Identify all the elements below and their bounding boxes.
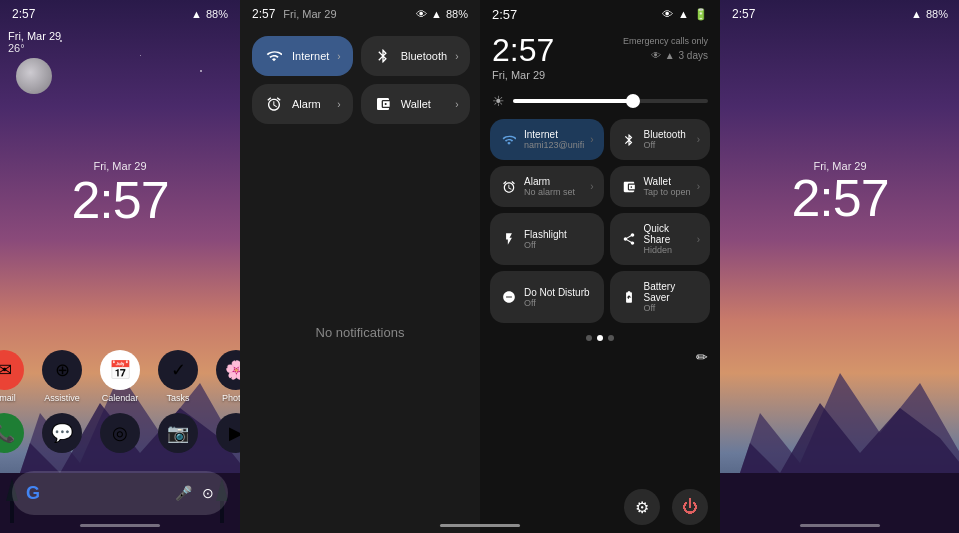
- tile-bluetooth[interactable]: Bluetooth ›: [361, 36, 471, 76]
- bt-arrow: ›: [697, 134, 700, 145]
- assistive-icon: ⊕: [42, 350, 82, 390]
- wifi-icon-r: ▲: [911, 8, 922, 20]
- qs-partial-status-bar: 2:57 Fri, Mar 29 👁 ▲ 88%: [240, 0, 480, 28]
- app-messages[interactable]: 💬: [42, 413, 82, 453]
- edit-icon[interactable]: ✏: [696, 349, 708, 365]
- bt-sub: Off: [644, 140, 691, 150]
- search-bar[interactable]: G 🎤 ⊙: [12, 471, 228, 515]
- dnd-sub: Off: [524, 298, 594, 308]
- tile-alarm[interactable]: Alarm ›: [252, 84, 353, 124]
- qs-tile-dnd[interactable]: Do Not Disturb Off: [490, 271, 604, 323]
- quickshare-content: Quick Share Hidden: [644, 223, 691, 255]
- settings-icon-btn[interactable]: ⚙: [624, 489, 660, 525]
- qs-full-clock: 2:57: [492, 32, 554, 69]
- dnd-content: Do Not Disturb Off: [524, 287, 594, 308]
- alarm-tile-icon: [264, 94, 284, 114]
- flashlight-sub: Off: [524, 240, 594, 250]
- qs-full-time: 2:57: [492, 7, 517, 22]
- lens-icon[interactable]: ⊙: [202, 485, 214, 501]
- app-assistive[interactable]: ⊕ Assistive: [42, 350, 82, 403]
- qs-partial-date: Fri, Mar 29: [283, 8, 336, 20]
- app-photos[interactable]: 🌸 Photos: [216, 350, 240, 403]
- alarm-arrow: ›: [590, 181, 593, 192]
- home-right-nav-bar: [800, 524, 880, 527]
- app-tasks[interactable]: ✓ Tasks: [158, 350, 198, 403]
- app-gmail[interactable]: ✉ Gmail: [0, 350, 24, 403]
- panel-home-screen: 2:57 ▲ 88% Fri, Mar 29 26° Fri, Mar 29 2…: [0, 0, 240, 533]
- app-camera[interactable]: 📷: [158, 413, 198, 453]
- home-right-time: 2:57: [732, 7, 755, 21]
- brightness-icon: ☀: [492, 93, 505, 109]
- wallet-tile-icon: [373, 94, 393, 114]
- photos-icon: 🌸: [216, 350, 240, 390]
- alarm-icon: [500, 178, 518, 196]
- app-phone[interactable]: 📞: [0, 413, 24, 453]
- tile-wallet[interactable]: Wallet ›: [361, 84, 471, 124]
- alarm-name: Alarm: [524, 176, 584, 187]
- phone-icon: 📞: [0, 413, 24, 453]
- bt-content: Bluetooth Off: [644, 129, 691, 150]
- qs-tile-internet[interactable]: Internet nami123@unifi ›: [490, 119, 604, 160]
- panel-qs-partial: 2:57 Fri, Mar 29 👁 ▲ 88% Internet › Blue…: [240, 0, 480, 533]
- quickshare-icon: [620, 230, 638, 248]
- battery-icon-r: 88%: [926, 8, 948, 20]
- qs-edit-row: ✏: [480, 347, 720, 367]
- home-right-status-icons: ▲ 88%: [911, 8, 948, 20]
- flashlight-icon: [500, 230, 518, 248]
- battery-icon: 88%: [446, 8, 468, 20]
- tile-alarm-arrow: ›: [337, 99, 340, 110]
- tile-internet-arrow: ›: [337, 51, 340, 62]
- eye-icon2: 👁: [651, 50, 661, 61]
- battery-days: 3 days: [679, 50, 708, 61]
- qs-tile-quickshare[interactable]: Quick Share Hidden ›: [610, 213, 710, 265]
- nav-bar-qs: [480, 524, 520, 527]
- wifi-tile-icon: [264, 46, 284, 66]
- app-gmail-label: Gmail: [0, 393, 16, 403]
- tile-bluetooth-arrow: ›: [455, 51, 458, 62]
- tile-internet-label: Internet: [292, 50, 329, 62]
- wallet-sub: Tap to open: [644, 187, 691, 197]
- qs-tile-alarm[interactable]: Alarm No alarm set ›: [490, 166, 604, 207]
- eye-icon: 👁: [662, 8, 673, 20]
- tile-alarm-label: Alarm: [292, 98, 321, 110]
- app-chrome[interactable]: ◎: [100, 413, 140, 453]
- brightness-bar[interactable]: [513, 99, 708, 103]
- app-play[interactable]: ▶: [216, 413, 240, 453]
- home-right-status-bar: 2:57 ▲ 88%: [720, 0, 959, 28]
- qs-tile-wallet[interactable]: Wallet Tap to open ›: [610, 166, 710, 207]
- emergency-text: Emergency calls only: [623, 36, 708, 46]
- gmail-icon: ✉: [0, 350, 24, 390]
- home-right-clock-time: 2:57: [791, 172, 888, 224]
- home-right-wallpaper: [720, 0, 959, 533]
- messages-icon: 💬: [42, 413, 82, 453]
- search-bar-icons: 🎤 ⊙: [175, 485, 214, 501]
- mic-icon[interactable]: 🎤: [175, 485, 192, 501]
- qs-tile-battery-saver[interactable]: Battery Saver Off: [610, 271, 710, 323]
- battery-saver-icon: [620, 288, 638, 306]
- status-time: 2:57: [12, 7, 35, 21]
- status-icons: ▲ 88%: [191, 8, 228, 20]
- tile-internet[interactable]: Internet ›: [252, 36, 353, 76]
- alarm-sub: No alarm set: [524, 187, 584, 197]
- bt-tile-icon: [373, 46, 393, 66]
- dnd-icon: [500, 288, 518, 306]
- eye-icon: 👁: [416, 8, 427, 20]
- qs-tile-bluetooth[interactable]: Bluetooth Off ›: [610, 119, 710, 160]
- wifi-icon: ▲: [678, 8, 689, 20]
- google-g-icon: G: [26, 483, 40, 504]
- qs-tile-flashlight[interactable]: Flashlight Off: [490, 213, 604, 265]
- play-icon: ▶: [216, 413, 240, 453]
- battery-icon: 88%: [206, 8, 228, 20]
- alarm-content: Alarm No alarm set: [524, 176, 584, 197]
- brightness-row[interactable]: ☀: [480, 89, 720, 113]
- internet-sub: nami123@unifi: [524, 140, 584, 150]
- app-assistive-label: Assistive: [44, 393, 80, 403]
- brightness-knob[interactable]: [626, 94, 640, 108]
- wallet-icon: [620, 178, 638, 196]
- dot-3: [608, 335, 614, 341]
- panel-home-right: 2:57 ▲ 88% Fri, Mar 29 2:57: [720, 0, 959, 533]
- app-tasks-label: Tasks: [166, 393, 189, 403]
- flashlight-content: Flashlight Off: [524, 229, 594, 250]
- power-icon-btn[interactable]: ⏻: [672, 489, 708, 525]
- app-calendar[interactable]: 📅 Calendar: [100, 350, 140, 403]
